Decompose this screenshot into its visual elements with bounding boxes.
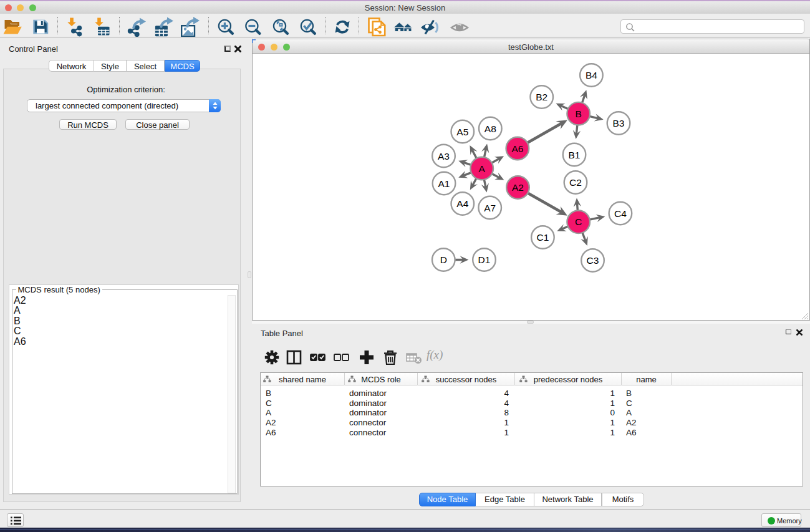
svg-text:B3: B3 xyxy=(613,118,625,128)
svg-text:A3: A3 xyxy=(438,151,450,162)
svg-text:B2: B2 xyxy=(536,92,547,102)
svg-text:A8: A8 xyxy=(485,123,496,134)
svg-text:A4: A4 xyxy=(456,198,468,209)
svg-text:C4: C4 xyxy=(614,208,627,219)
svg-text:B1: B1 xyxy=(569,150,581,160)
svg-text:A7: A7 xyxy=(484,203,496,213)
svg-text:A1: A1 xyxy=(438,178,450,189)
svg-text:A5: A5 xyxy=(456,127,468,137)
svg-text:B: B xyxy=(576,109,582,119)
svg-text:B4: B4 xyxy=(586,70,597,80)
svg-text:A2: A2 xyxy=(512,182,524,193)
svg-text:D1: D1 xyxy=(478,254,491,265)
svg-text:A6: A6 xyxy=(511,143,523,154)
svg-text:C3: C3 xyxy=(587,255,599,266)
svg-text:A: A xyxy=(479,163,486,174)
svg-text:C1: C1 xyxy=(536,232,549,243)
svg-text:C: C xyxy=(575,216,582,227)
svg-text:D: D xyxy=(440,254,447,265)
svg-text:C2: C2 xyxy=(569,177,582,188)
